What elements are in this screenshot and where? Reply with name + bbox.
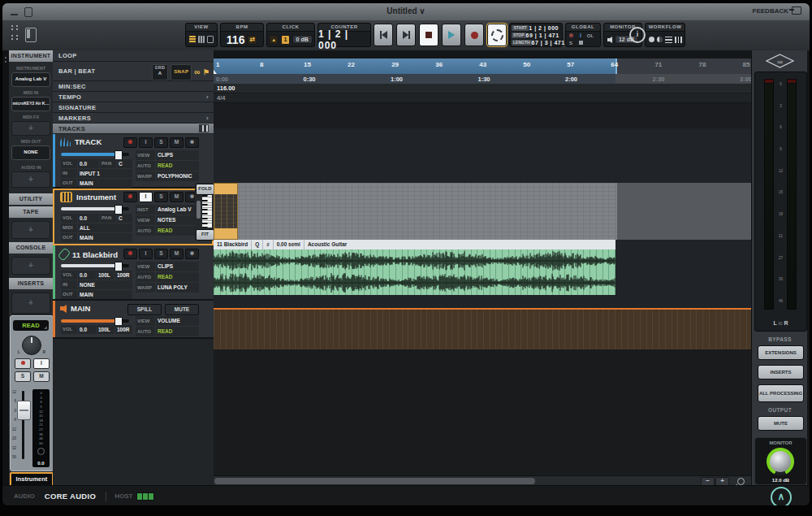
inserts-section-header[interactable]: INSERTS bbox=[9, 278, 53, 289]
fold-button[interactable]: FOLD bbox=[196, 184, 214, 195]
scrollbar-thumb[interactable] bbox=[214, 478, 535, 484]
counter-value[interactable]: 1 | 2 | 000 bbox=[318, 28, 370, 51]
zoom-magnifier-icon[interactable] bbox=[737, 478, 745, 485]
global-overload-indicator[interactable]: OL bbox=[587, 33, 594, 38]
zoom-out-button[interactable]: − bbox=[701, 477, 715, 485]
loop-row[interactable]: LOOP bbox=[53, 50, 214, 62]
inserts-bypass-button[interactable]: INSERTS bbox=[758, 365, 804, 379]
loop-region[interactable] bbox=[214, 59, 617, 74]
play-button[interactable] bbox=[442, 24, 461, 46]
stop-button[interactable] bbox=[419, 24, 438, 46]
markers-lane[interactable] bbox=[214, 103, 751, 129]
workflow-columns-icon[interactable] bbox=[675, 37, 682, 43]
tape-section-header[interactable]: TAPE bbox=[9, 206, 53, 218]
lane-blackbird[interactable]: 11 Blackbird Q ♯ 0.00 semi Acoustic Guit… bbox=[214, 240, 751, 296]
input-button[interactable]: I bbox=[139, 137, 153, 148]
feedback-button[interactable]: FEEDBACK bbox=[753, 7, 801, 15]
tape-add-button[interactable]: + bbox=[11, 221, 50, 239]
automation-mode-button[interactable]: READ bbox=[13, 320, 49, 331]
volume-slider[interactable] bbox=[61, 153, 129, 156]
volume-slider[interactable] bbox=[61, 264, 129, 267]
solo-button[interactable]: S bbox=[154, 192, 168, 202]
go-to-start-button[interactable] bbox=[374, 24, 393, 46]
console-section-header[interactable]: CONSOLE bbox=[9, 242, 53, 254]
track-name[interactable]: TRACK bbox=[75, 137, 102, 146]
lane-main[interactable] bbox=[214, 310, 751, 349]
record-enable-button[interactable] bbox=[123, 249, 137, 259]
zoom-in-button[interactable]: + bbox=[715, 477, 729, 485]
clip-quantize[interactable]: Q bbox=[252, 240, 263, 249]
pan-knob[interactable] bbox=[22, 336, 41, 355]
bpm-value[interactable]: 116 bbox=[227, 33, 245, 46]
track-view-icon[interactable] bbox=[199, 124, 209, 132]
grid-mode-button[interactable]: GRIDA bbox=[152, 64, 168, 80]
loop-button[interactable] bbox=[487, 24, 507, 46]
midi-out-button[interactable]: NONE bbox=[11, 145, 50, 160]
solo-button[interactable]: S bbox=[154, 137, 168, 148]
mute-button[interactable]: M bbox=[170, 249, 184, 259]
time-ruler[interactable]: 0:000:301:001:302:002:303:00 bbox=[214, 74, 751, 84]
window-title[interactable]: Untitled ∨ bbox=[2, 7, 810, 15]
workflow-half-icon[interactable] bbox=[657, 37, 663, 42]
audio-clip[interactable]: 11 Blackbird Q ♯ 0.00 semi Acoustic Guit… bbox=[214, 240, 615, 295]
piano-roll-background[interactable] bbox=[214, 183, 617, 240]
input-button[interactable]: I bbox=[139, 249, 153, 259]
all-processing-bypass-button[interactable]: ALL PROCESSING bbox=[758, 384, 804, 402]
snap-button[interactable]: SNAP bbox=[171, 64, 192, 80]
utility-section-header[interactable]: UTILITY bbox=[9, 193, 53, 205]
clip-pitch-icon[interactable]: ♯ bbox=[263, 240, 273, 249]
freeze-button[interactable]: ❄ bbox=[185, 137, 199, 148]
info-button[interactable]: i bbox=[629, 27, 646, 43]
clip-semitones[interactable]: 0.00 semi bbox=[274, 240, 304, 249]
keys-scroll-thumb[interactable] bbox=[197, 201, 201, 219]
marker-flag-icon[interactable]: ⚑ bbox=[203, 66, 209, 79]
inserts-add-button[interactable]: + bbox=[11, 293, 50, 314]
click-level[interactable]: 0 dB bbox=[292, 35, 313, 44]
fit-button[interactable]: FIT bbox=[196, 229, 214, 241]
view-list-icon[interactable] bbox=[189, 36, 196, 43]
view-columns-icon[interactable] bbox=[198, 36, 205, 43]
panel-toggle-icon[interactable] bbox=[25, 28, 37, 42]
global-mute-icon[interactable] bbox=[579, 41, 583, 45]
spill-button[interactable]: SPILL bbox=[127, 304, 162, 315]
audio-in-add-button[interactable]: + bbox=[11, 171, 50, 188]
audio-clip-header[interactable]: 11 Blackbird Q ♯ 0.00 semi Acoustic Guit… bbox=[214, 240, 615, 249]
clip-name[interactable]: 11 Blackbird bbox=[214, 240, 252, 249]
strip-solo-button[interactable]: S bbox=[15, 371, 31, 382]
signature-row[interactable]: SIGNATURE bbox=[53, 102, 214, 113]
console-add-button[interactable]: + bbox=[11, 257, 50, 275]
lane-track[interactable] bbox=[214, 128, 751, 184]
strip-mute-button[interactable]: M bbox=[33, 371, 50, 382]
volume-slider[interactable] bbox=[61, 319, 129, 323]
global-record-icon[interactable] bbox=[569, 33, 573, 37]
global-input-indicator[interactable]: I bbox=[580, 33, 581, 38]
solo-button[interactable]: S bbox=[154, 249, 168, 259]
track-row-track[interactable]: TRACK I S M ❄ VOL0.0PANC ININPUT 1 OUTMA… bbox=[53, 134, 214, 189]
track-row-instrument[interactable]: Instrument I S M ❄ VOL0.0PANC MIDIALL OU… bbox=[53, 189, 214, 245]
fader-handle[interactable] bbox=[17, 401, 31, 420]
start-value[interactable]: 1 | 2 | 000 bbox=[529, 25, 560, 31]
workflow-record-icon[interactable] bbox=[649, 37, 654, 42]
lane-instrument[interactable] bbox=[214, 183, 751, 241]
sidebar-gutter[interactable] bbox=[2, 50, 9, 485]
horizontal-scrollbar[interactable]: − + bbox=[214, 475, 751, 485]
input-button[interactable]: I bbox=[139, 192, 153, 202]
go-to-end-button[interactable] bbox=[396, 24, 416, 46]
monitor-knob[interactable] bbox=[767, 448, 794, 475]
track-row-main[interactable]: MAIN SPILL MUTE VOL0.0100L100R VIEWVOLUM… bbox=[53, 301, 214, 339]
tracks-header[interactable]: TRACKS bbox=[53, 124, 214, 134]
layout-dots-icon-2[interactable] bbox=[11, 34, 19, 41]
freeze-button[interactable]: ❄ bbox=[185, 249, 199, 259]
strip-record-button[interactable] bbox=[15, 358, 31, 369]
waveform-area[interactable] bbox=[214, 249, 615, 295]
view-tray-icon[interactable] bbox=[207, 36, 214, 43]
track-name[interactable]: Instrument bbox=[76, 193, 116, 202]
min-sec-row[interactable]: MIN:SEC bbox=[53, 81, 214, 92]
track-name[interactable]: MAIN bbox=[71, 304, 90, 313]
record-button[interactable] bbox=[464, 24, 484, 46]
extensions-bypass-button[interactable]: EXTENSIONS bbox=[758, 345, 804, 360]
audio-driver[interactable]: CORE AUDIO bbox=[45, 492, 96, 501]
midi-fx-add-button[interactable]: + bbox=[11, 121, 50, 136]
record-enable-button[interactable] bbox=[123, 137, 137, 148]
mini-piano-keys[interactable] bbox=[202, 195, 212, 228]
